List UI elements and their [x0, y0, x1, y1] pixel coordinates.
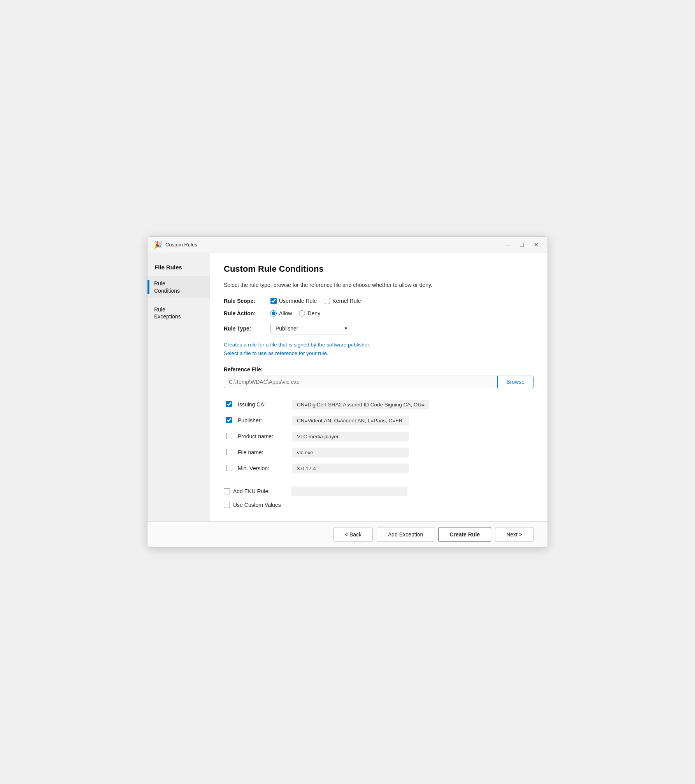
rule-scope-row: Rule Scope: Usermode Rule Kernel Rule [224, 298, 534, 304]
publisher-value: CN=VideoLAN, O=VideoLAN, L=Paris, C=FR [292, 416, 409, 425]
table-row: Issuing CA: CN=DigiCert SHA2 Assured ID … [224, 397, 534, 413]
file-name-value: vlc.exe [292, 448, 409, 457]
use-custom-label: Use Custom Values [233, 502, 288, 508]
add-eku-label: Add EKU Rule: [233, 488, 288, 494]
kernel-rule-label[interactable]: Kernel Rule [324, 298, 361, 304]
rule-action-controls: Allow Deny [270, 310, 320, 316]
next-button[interactable]: Next > [495, 527, 534, 542]
allow-radio-text: Allow [279, 310, 292, 316]
sidebar-item-rule-exceptions[interactable]: RuleExceptions [147, 302, 210, 324]
usermode-rule-label[interactable]: Usermode Rule [270, 298, 317, 304]
browse-button[interactable]: Browse [497, 376, 534, 388]
app-icon: 🎉 [154, 241, 162, 249]
page-title: Custom Rule Conditions [224, 264, 534, 274]
product-name-value: VLC media player [292, 432, 409, 441]
title-bar: 🎉 Custom Rules — □ ✕ [147, 237, 548, 253]
sidebar-section-title: File Rules [147, 261, 210, 276]
deny-radio-text: Deny [307, 310, 320, 316]
kernel-rule-checkbox[interactable] [324, 298, 330, 304]
info-text: Creates a rule for a file that is signed… [224, 341, 534, 357]
close-button[interactable]: ✕ [530, 239, 541, 250]
usermode-rule-checkbox[interactable] [270, 298, 277, 304]
create-rule-button[interactable]: Create Rule [438, 527, 491, 542]
issuing-ca-checkbox[interactable] [226, 401, 232, 407]
back-button[interactable]: < Back [333, 527, 373, 542]
rule-action-label: Rule Action: [224, 310, 270, 316]
reference-file-row: Browse [224, 376, 534, 388]
product-name-label: Product name: [238, 433, 273, 439]
allow-radio[interactable] [270, 310, 277, 316]
sidebar-item-rule-conditions[interactable]: RuleConditions [147, 276, 210, 298]
rule-action-row: Rule Action: Allow Deny [224, 310, 534, 316]
min-version-checkbox[interactable] [226, 465, 232, 471]
content-area: Custom Rule Conditions Select the rule t… [210, 253, 548, 521]
table-row: File name: vlc.exe [224, 445, 534, 461]
table-row: Product name: VLC media player [224, 429, 534, 445]
deny-radio[interactable] [299, 310, 305, 316]
usermode-rule-text: Usermode Rule [279, 298, 317, 304]
add-eku-value [291, 487, 407, 496]
sidebar: File Rules RuleConditions RuleExceptions [147, 253, 210, 521]
use-custom-row: Use Custom Values [224, 502, 534, 508]
sidebar-item-label: RuleExceptions [154, 306, 181, 320]
page-description: Select the rule type, browse for the ref… [224, 281, 534, 289]
rule-scope-label: Rule Scope: [224, 298, 270, 304]
table-row: Publisher: CN=VideoLAN, O=VideoLAN, L=Pa… [224, 413, 534, 429]
add-exception-button[interactable]: Add Exception [377, 527, 434, 542]
fields-table: Issuing CA: CN=DigiCert SHA2 Assured ID … [224, 397, 534, 476]
product-name-checkbox[interactable] [226, 433, 232, 439]
use-custom-checkbox[interactable] [224, 502, 230, 508]
file-name-label: File name: [238, 449, 263, 455]
issuing-ca-value: CN=DigiCert SHA2 Assured ID Code Signing… [292, 400, 429, 410]
add-eku-checkbox[interactable] [224, 488, 230, 494]
rule-scope-controls: Usermode Rule Kernel Rule [270, 298, 361, 304]
add-eku-row: Add EKU Rule: [224, 487, 534, 496]
file-name-checkbox[interactable] [226, 449, 232, 455]
publisher-checkbox[interactable] [226, 417, 232, 423]
reference-file-label: Reference File: [224, 366, 534, 373]
main-content: File Rules RuleConditions RuleExceptions… [147, 253, 548, 521]
rule-type-label: Rule Type: [224, 325, 270, 332]
active-indicator [147, 280, 149, 294]
maximize-button[interactable]: □ [516, 239, 527, 250]
publisher-label: Publisher: [238, 417, 262, 424]
main-window: 🎉 Custom Rules — □ ✕ File Rules RuleCond… [147, 236, 548, 547]
extra-options: Add EKU Rule: Use Custom Values [224, 487, 534, 513]
issuing-ca-label: Issuing CA: [238, 401, 266, 408]
minimize-button[interactable]: — [502, 239, 513, 250]
window-title: Custom Rules [165, 242, 502, 248]
min-version-label: Min. Version: [238, 465, 269, 471]
rule-type-row: Rule Type: Publisher Hash File Path ▼ [224, 323, 534, 334]
deny-radio-label[interactable]: Deny [299, 310, 320, 316]
sidebar-item-label: RuleConditions [154, 280, 180, 294]
table-row: Min. Version: 3.0.17.4 [224, 461, 534, 476]
rule-type-select-wrapper: Publisher Hash File Path ▼ [270, 323, 352, 334]
allow-radio-label[interactable]: Allow [270, 310, 292, 316]
kernel-rule-text: Kernel Rule [332, 298, 361, 304]
min-version-value: 3.0.17.4 [292, 464, 409, 473]
footer: < Back Add Exception Create Rule Next > [147, 521, 548, 547]
rule-type-select[interactable]: Publisher Hash File Path [270, 323, 352, 334]
window-controls: — □ ✕ [502, 239, 541, 250]
reference-file-input[interactable] [224, 376, 497, 388]
